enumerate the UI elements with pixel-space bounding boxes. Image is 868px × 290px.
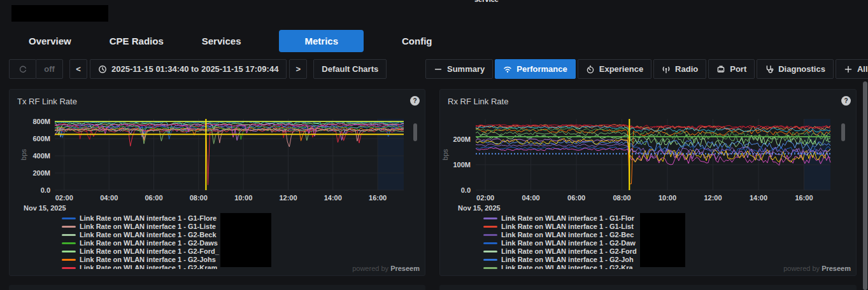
panel-tx-rf-link-rate: Tx RF Link Rate ? 0.0200M400M600M800M02:…	[9, 89, 425, 276]
experience-label: Experience	[599, 64, 643, 74]
legend-color-swatch	[62, 251, 76, 252]
legend-label: Link Rate on WLAN interface 1 - G2-Joh	[501, 256, 634, 264]
tab-config[interactable]: Config	[402, 36, 432, 46]
summary-button[interactable]: Summary	[425, 59, 493, 79]
svg-text:bps: bps	[441, 149, 449, 160]
legend-scrollbar[interactable]	[413, 123, 417, 141]
time-range-forward-button[interactable]: >	[289, 59, 307, 79]
time-controls: off < 2025-11-15 01:34:40 to 2025-11-15 …	[9, 59, 387, 79]
time-range-label: 2025-11-15 01:34:40 to 2025-11-15 17:09:…	[111, 64, 278, 74]
legend-label: Link Rate on WLAN interface 1 - G1-List	[501, 223, 634, 231]
toolbar: off < 2025-11-15 01:34:40 to 2025-11-15 …	[0, 59, 868, 79]
legend-label: Link Rate on WLAN interface 1 - G2-Bec	[501, 231, 634, 239]
performance-button[interactable]: Performance	[495, 59, 575, 79]
port-button[interactable]: Port	[708, 59, 755, 79]
svg-text:600M: 600M	[32, 135, 50, 142]
svg-text:10:00: 10:00	[234, 194, 252, 202]
powered-by: powered by Preseem	[783, 265, 851, 272]
legend-label: Link Rate on WLAN interface 1 - G2-Daw	[501, 239, 636, 247]
legend-color-swatch	[62, 259, 76, 261]
redaction-box	[220, 213, 271, 267]
refresh-button[interactable]	[9, 59, 36, 79]
legend-label: Link Rate on WLAN interface 1 - G2-Kra	[501, 264, 633, 269]
page-scrollbar[interactable]	[863, 81, 867, 290]
all-charts-label: All Charts	[857, 64, 868, 74]
tab-services[interactable]: Services	[202, 36, 241, 46]
svg-text:14:00: 14:00	[324, 194, 342, 202]
svg-text:06:00: 06:00	[145, 194, 162, 202]
legend-color-swatch	[62, 234, 76, 236]
svg-text:bps: bps	[20, 149, 27, 160]
port-label: Port	[730, 64, 746, 74]
svg-text:Nov 15, 2025: Nov 15, 2025	[24, 204, 66, 212]
tab-cpe-radios[interactable]: CPE Radios	[110, 36, 164, 46]
svg-text:16:00: 16:00	[369, 194, 387, 202]
diagnostics-button[interactable]: Diagnostics	[757, 59, 834, 79]
time-range-picker[interactable]: 2025-11-15 01:34:40 to 2025-11-15 17:09:…	[90, 59, 287, 79]
svg-text:200M: 200M	[453, 135, 471, 143]
legend-label: Link Rate on WLAN interface 1 - G1-Flore	[80, 214, 217, 223]
tab-overview[interactable]: Overview	[29, 36, 71, 46]
time-range-back-button[interactable]: <	[69, 59, 87, 79]
svg-text:08:00: 08:00	[190, 194, 208, 202]
powered-by: powered by Preseem	[352, 265, 420, 272]
legend-label: Link Rate on WLAN interface 1 - G1-Flor	[501, 214, 634, 223]
chart-category-nav: Summary Performance Experience Radio	[425, 59, 868, 79]
clock-icon	[98, 65, 107, 74]
svg-text:100M: 100M	[453, 161, 471, 169]
legend-label: Link Rate on WLAN interface 1 - G2-Daws	[80, 239, 218, 247]
legend-scrollbar[interactable]	[841, 123, 845, 141]
refresh-icon	[18, 65, 27, 74]
redaction-box	[640, 213, 685, 267]
svg-text:04:00: 04:00	[100, 194, 118, 202]
svg-text:16:00: 16:00	[795, 194, 813, 202]
svg-text:14:00: 14:00	[750, 194, 767, 202]
powered-by-text: powered by	[783, 265, 820, 272]
svg-text:06:00: 06:00	[567, 194, 585, 202]
diagnostics-label: Diagnostics	[778, 64, 825, 74]
tab-bar: Overview CPE Radios Services Metrics Con…	[0, 28, 432, 53]
brand-name: Preseem	[822, 265, 851, 272]
redaction-box	[11, 5, 108, 22]
svg-text:800M: 800M	[32, 118, 50, 125]
antenna-icon	[662, 65, 671, 74]
legend-label: Link Rate on WLAN interface 1 - G2-Kram	[80, 264, 217, 269]
wifi-icon	[503, 65, 512, 74]
page-header: service	[0, 0, 868, 25]
dash-icon	[434, 65, 443, 74]
tab-metrics[interactable]: Metrics	[279, 30, 364, 52]
legend-color-swatch	[62, 267, 76, 269]
svg-text:0.0: 0.0	[461, 186, 471, 194]
svg-text:02:00: 02:00	[55, 194, 73, 202]
brand-name: Preseem	[390, 265, 420, 272]
legend-color-swatch	[483, 259, 497, 261]
experience-button[interactable]: Experience	[578, 59, 651, 79]
svg-text:02:00: 02:00	[476, 194, 494, 202]
service-label: service	[474, 0, 499, 3]
plus-icon	[844, 65, 853, 74]
svg-text:04:00: 04:00	[522, 194, 540, 202]
svg-text:200M: 200M	[32, 169, 50, 177]
default-charts-button[interactable]: Default Charts	[313, 59, 387, 79]
svg-text:12:00: 12:00	[704, 194, 722, 202]
legend-color-swatch	[483, 234, 497, 236]
legend-color-swatch	[62, 218, 76, 219]
refresh-interval-button[interactable]: off	[36, 59, 63, 79]
svg-text:Nov 15, 2025: Nov 15, 2025	[458, 204, 501, 212]
legend-color-swatch	[483, 226, 497, 228]
performance-label: Performance	[516, 64, 567, 74]
radio-label: Radio	[675, 64, 698, 74]
svg-text:400M: 400M	[32, 152, 50, 160]
gauge-icon	[586, 65, 595, 74]
powered-by-text: powered by	[352, 265, 388, 272]
legend-label: Link Rate on WLAN interface 1 - G2-Johs	[80, 256, 216, 264]
svg-text:0.0: 0.0	[41, 186, 50, 194]
all-charts-button[interactable]: All Charts	[836, 59, 868, 79]
stethoscope-icon	[765, 65, 774, 74]
summary-label: Summary	[447, 64, 485, 74]
svg-text:08:00: 08:00	[613, 194, 630, 202]
legend-color-swatch	[483, 218, 497, 219]
radio-button[interactable]: Radio	[653, 59, 706, 79]
panel-rx-rf-link-rate: Rx RF Link Rate ? 0.0100M200M02:0004:000…	[439, 89, 857, 276]
legend-color-swatch	[62, 226, 76, 228]
